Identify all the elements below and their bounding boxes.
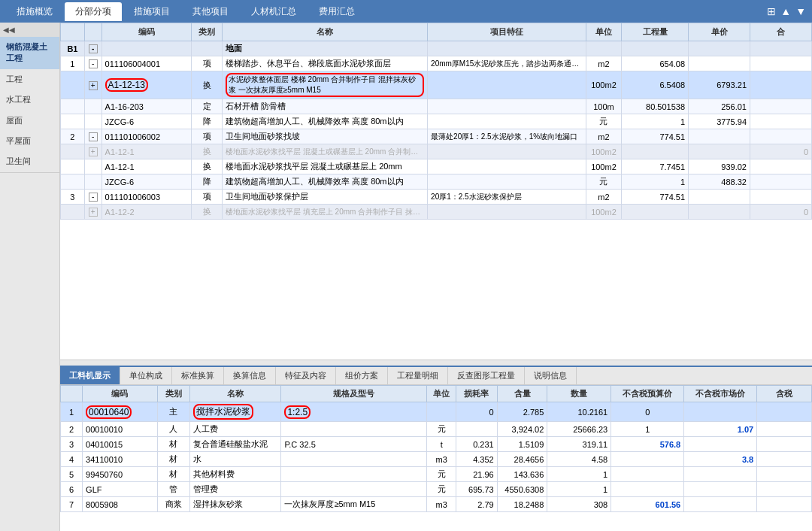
- row-expand[interactable]: -: [84, 56, 102, 71]
- brow-qty: 18.2488: [497, 497, 547, 512]
- row-num: 2: [61, 129, 85, 144]
- sidebar-item-flat-roof[interactable]: 平屋面: [0, 131, 59, 151]
- row-name: 石材开槽 防骨槽: [223, 99, 428, 114]
- nav-tab-other[interactable]: 其他项目: [182, 2, 239, 21]
- brow-code[interactable]: 00010640: [83, 402, 157, 422]
- sidebar-collapse-btn[interactable]: ◀◀: [0, 23, 59, 37]
- brow-count: 308: [547, 497, 611, 512]
- brow-num: 3: [61, 437, 83, 452]
- row-code[interactable]: JZCG-6: [102, 114, 191, 129]
- row-code[interactable]: 011101006003: [102, 190, 191, 205]
- sidebar-item-rebar[interactable]: 钢筋混凝土工程: [0, 37, 59, 69]
- col-header-code: 编码: [102, 23, 191, 41]
- row-name: 楼地面水泥砂浆找平层 混凝土或碾基层上 20mm: [223, 159, 428, 174]
- brow-spec: [281, 482, 427, 497]
- row-type: 换: [192, 71, 223, 99]
- row-price: [689, 56, 750, 71]
- bcol-unit: 单位: [427, 386, 456, 402]
- row-code[interactable]: A1-12-1: [102, 159, 191, 174]
- brow-code[interactable]: 04010015: [83, 437, 157, 452]
- row-expand[interactable]: -: [84, 41, 102, 56]
- brow-count: 1: [547, 482, 611, 497]
- row-code[interactable]: 011101006002: [102, 129, 191, 144]
- row-expand[interactable]: -: [84, 129, 102, 144]
- bottom-table-row: 7 8005908 商浆 湿拌抹灰砂浆 一次抹灰厚度≥5mm M15 m3 2.…: [61, 497, 812, 512]
- row-price: 488.32: [689, 174, 750, 190]
- row-code[interactable]: A1-16-203: [102, 99, 191, 114]
- brow-code[interactable]: 99450760: [83, 467, 157, 482]
- arrow-up-icon[interactable]: ▲: [780, 5, 791, 17]
- row-expand[interactable]: -: [84, 190, 102, 205]
- col-header-total: 合: [750, 23, 812, 41]
- tab-features[interactable]: 特征及内容: [276, 367, 336, 384]
- brow-code[interactable]: 00010010: [83, 422, 157, 437]
- row-unit: 100m2: [586, 159, 622, 174]
- tab-standard-calc[interactable]: 标准换算: [172, 367, 224, 384]
- arrow-down-icon[interactable]: ▼: [795, 5, 806, 17]
- nav-tab-costs[interactable]: 费用汇总: [308, 2, 365, 21]
- tab-description[interactable]: 说明信息: [525, 367, 577, 384]
- tab-material-display[interactable]: 工料机显示: [60, 367, 120, 384]
- brow-code[interactable]: 8005908: [83, 497, 157, 512]
- table-row: JZCG-6 降 建筑物超高增加人工、机械降效率 高度 80m以内 元 1 37…: [61, 114, 812, 129]
- brow-loss: 695.73: [456, 482, 498, 497]
- row-name: 楼地面水泥砂浆找平层 混凝土或碾基层上 20mm 合并制作子目 抹灰砂浆（配合比…: [223, 144, 428, 159]
- row-level: B1: [61, 41, 85, 56]
- row-unit: [586, 41, 622, 56]
- top-nav: 措施概览 分部分项 措施项目 其他项目 人材机汇总 费用汇总 ⊞ ▲ ▼: [0, 0, 812, 23]
- row-code: [102, 41, 191, 56]
- row-code[interactable]: JZCG-6: [102, 174, 191, 190]
- brow-qty: 143.636: [497, 467, 547, 482]
- row-expand: [84, 174, 102, 190]
- row-total: [750, 41, 812, 56]
- brow-type: 材: [157, 437, 190, 452]
- tab-pricing[interactable]: 组价方案: [336, 367, 388, 384]
- nav-tab-measures[interactable]: 措施项目: [123, 2, 180, 21]
- brow-code[interactable]: 34110010: [83, 452, 157, 467]
- nav-tab-sections[interactable]: 分部分项: [65, 2, 122, 21]
- brow-num: 4: [61, 452, 83, 467]
- row-code: A1-12-1: [102, 144, 191, 159]
- row-expand[interactable]: +: [84, 144, 102, 159]
- row-expand[interactable]: +: [84, 71, 102, 99]
- bcol-code: 编码: [83, 386, 157, 402]
- col-header-type: 类别: [192, 23, 223, 41]
- row-num: [61, 205, 85, 220]
- sidebar-item-toilet[interactable]: 卫生间: [0, 151, 59, 171]
- row-qty: 6.5408: [622, 71, 689, 99]
- tab-calc-info[interactable]: 换算信息: [224, 367, 276, 384]
- sidebar-item-water[interactable]: 水工程: [0, 90, 59, 110]
- brow-name: 管理费: [190, 482, 281, 497]
- bcol-num: [61, 386, 83, 402]
- brow-count: 4.58: [547, 452, 611, 467]
- brow-spec: [281, 422, 427, 437]
- row-total: [750, 71, 812, 99]
- brow-market: [684, 497, 757, 512]
- nav-tab-overview[interactable]: 措施概览: [6, 2, 63, 21]
- nav-tab-resources[interactable]: 人材机汇总: [241, 2, 307, 21]
- tab-unit-composition[interactable]: 单位构成: [120, 367, 172, 384]
- scroll-bar-upper[interactable]: [60, 360, 812, 366]
- tab-reverse-check[interactable]: 反查图形工程量: [448, 367, 525, 384]
- sidebar-item-roof[interactable]: 屋面: [0, 111, 59, 131]
- bottom-content: 编码 类别 名称 规格及型号 单位 损耗率 含量 数量 不含税预算价 不含税市场…: [60, 385, 812, 531]
- row-price: 939.02: [689, 159, 750, 174]
- row-unit: 100m2: [586, 144, 622, 159]
- left-sidebar: ◀◀ 钢筋混凝土工程 工程 水工程 屋面 平屋面 卫生间: [0, 23, 60, 531]
- sidebar-item-works[interactable]: 工程: [0, 69, 59, 90]
- bcol-qty: 含量: [497, 386, 547, 402]
- brow-code[interactable]: GLF: [83, 482, 157, 497]
- row-code[interactable]: 011106004001: [102, 56, 191, 71]
- brow-spec: [281, 467, 427, 482]
- row-name: 水泥砂浆整体面层 楼梯 20mm 合并制作子目 混拌抹灰砂浆 一次抹灰厚度≥5m…: [223, 71, 428, 99]
- tab-qty-detail[interactable]: 工程量明细: [388, 367, 448, 384]
- row-name: 楼地面水泥砂浆找平层 填充层上 20mm 合并制作子目 抹灰砂浆（配合比）中砂 …: [223, 205, 428, 220]
- grid-icon[interactable]: ⊞: [767, 5, 776, 17]
- row-code[interactable]: A1-12-13: [102, 71, 191, 99]
- bottom-table-row: 6 GLF 管 管理费 元 695.73 4550.6308 1: [61, 482, 812, 497]
- bottom-table-row-1: 1 00010640 主 搅拌水泥砂浆 1:2.5: [61, 402, 812, 422]
- brow-num: 7: [61, 497, 83, 512]
- row-type: 降: [192, 174, 223, 190]
- row-expand[interactable]: +: [84, 205, 102, 220]
- row-total: [750, 174, 812, 190]
